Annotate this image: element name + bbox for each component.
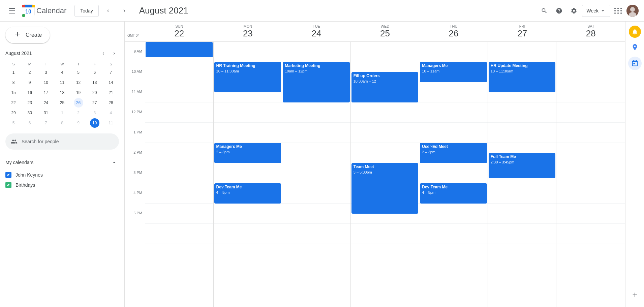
mini-cal-day-selected[interactable]: 26 [74,98,83,108]
mini-cal-day[interactable]: 22 [9,98,18,108]
mini-cal-day[interactable]: 15 [9,88,18,97]
mini-cal-day[interactable]: 28 [106,98,116,108]
mini-cal-day[interactable]: 27 [90,98,99,108]
mini-cal-title: August 2021 [5,51,32,56]
hamburger-button[interactable] [5,4,19,18]
event-dev-team-mon[interactable]: Dev Team Me 4 – 5pm [214,183,281,204]
mini-cal-day[interactable]: 2 [25,68,34,77]
mini-cal-day[interactable]: 21 [106,88,116,97]
svg-rect-6 [22,5,25,7]
mini-cal-day[interactable]: 13 [90,78,99,87]
mini-cal-day[interactable]: 8 [9,78,18,87]
settings-button[interactable] [567,4,581,18]
time-label-11am: 11 AM [125,90,145,110]
mini-cal-next[interactable]: › [110,49,119,58]
event-hr-training[interactable]: HR Training Meeting 10 – 11:30am [214,62,281,92]
event-user-ed[interactable]: User-Ed Meet 2 – 3pm [420,143,487,163]
event-managers-mon[interactable]: Managers Me 2 – 3pm [214,143,281,163]
day-header-sat[interactable]: SAT 28 [556,24,625,39]
day-col-mon[interactable]: HR Training Meeting 10 – 11:30am Manager… [214,42,282,307]
mini-cal-day[interactable]: 10 [41,78,51,87]
mini-cal-day[interactable]: 3 [90,108,99,118]
day-col-fri[interactable]: HR Update Meeting 10 – 11:30am Full Team… [488,42,557,307]
mini-cal-day[interactable]: 7 [41,118,51,128]
mini-cal-day[interactable]: 31 [41,108,51,118]
event-managers-thu[interactable]: Managers Me 10 – 11am [420,62,487,82]
day-header-mon[interactable]: MON 23 [214,24,282,39]
event-full-team[interactable]: Full Team Me 2:30 – 3:45pm [489,153,556,178]
help-button[interactable] [552,4,566,18]
svg-text:10: 10 [25,9,31,14]
notification-icon-button[interactable] [629,26,641,38]
mini-cal-day[interactable]: 2 [74,108,83,118]
app-name: Calendar [36,6,66,15]
mini-cal-day[interactable]: 6 [90,68,99,77]
next-period-button[interactable]: › [118,4,131,18]
mini-cal-dow-row: S M T W T F S [5,61,119,67]
day-header-wed[interactable]: WED 25 [351,24,420,39]
mini-cal-week-1: 1 2 3 4 5 6 7 [5,67,119,78]
day-col-tue[interactable]: Marketing Meeting 10am – 12pm [282,42,351,307]
mini-cal-day[interactable]: 14 [106,78,116,87]
mini-cal-day[interactable]: 12 [74,78,83,87]
mini-cal-day[interactable]: 20 [90,88,99,97]
day-col-sat[interactable] [556,42,625,307]
mini-cal-day[interactable]: 1 [9,68,18,77]
header-month-year: August 2021 [139,5,530,16]
mini-cal-day[interactable]: 4 [106,108,116,118]
day-col-thu[interactable]: Managers Me 10 – 11am User-Ed Meet 2 – 3… [419,42,488,307]
day-col-sun[interactable] [145,42,214,307]
mini-cal-day[interactable]: 4 [57,68,67,77]
mini-cal-day[interactable]: 5 [9,118,18,128]
event-fill-orders[interactable]: Fill up Orders 10:30am – 12 [351,72,419,102]
calendar-item-birthdays[interactable]: Birthdays [5,180,119,190]
mini-cal-day[interactable]: 5 [74,68,83,77]
people-search-bar[interactable]: Search for people [5,133,119,150]
mini-cal-header: August 2021 ‹ › [5,49,119,58]
mini-cal-day[interactable]: 29 [9,108,18,118]
hamburger-icon [9,8,15,13]
event-marketing-meeting[interactable]: Marketing Meeting 10am – 12pm [283,62,350,102]
mini-cal-day[interactable]: 16 [25,88,34,97]
day-header-tue[interactable]: TUE 24 [282,24,351,39]
search-button[interactable] [538,4,551,18]
today-button[interactable]: Today [74,5,98,17]
mini-cal-day[interactable]: 17 [41,88,51,97]
mini-cal-day[interactable]: 30 [25,108,34,118]
calendar-check-icon-button[interactable] [628,57,642,70]
prev-period-button[interactable]: ‹ [101,4,115,18]
my-calendars-toggle[interactable] [110,158,119,167]
create-button[interactable]: Create [5,27,50,43]
day-header-thu[interactable]: THU 26 [419,24,488,39]
mini-cal-day[interactable]: 19 [74,88,83,97]
day-header-sun[interactable]: SUN 22 [145,24,214,39]
mini-cal-day[interactable]: 11 [57,78,67,87]
mini-cal-day[interactable]: 24 [41,98,51,108]
mini-cal-day[interactable]: 9 [74,118,83,128]
mini-cal-day[interactable]: 11 [106,118,116,128]
mini-cal-day[interactable]: 23 [25,98,34,108]
event-sun-morning[interactable] [146,42,213,57]
mini-cal-day[interactable]: 6 [25,118,34,128]
mini-cal-day[interactable]: 8 [57,118,67,128]
mini-cal-day[interactable]: 25 [57,98,67,108]
mini-cal-day[interactable]: 18 [57,88,67,97]
user-avatar[interactable] [626,5,639,17]
event-hr-update[interactable]: HR Update Meeting 10 – 11:30am [489,62,556,92]
view-selector[interactable]: Week [582,5,610,17]
mini-cal-day[interactable]: 9 [25,78,34,87]
mini-cal-day[interactable]: 3 [41,68,51,77]
day-header-fri[interactable]: FRI 27 [488,24,557,39]
mini-cal-day[interactable]: 7 [106,68,116,77]
add-widget-button[interactable] [628,288,642,302]
mini-cal-day[interactable]: 1 [57,108,67,118]
day-col-wed[interactable]: Fill up Orders 10:30am – 12 Team Meet 3 … [351,42,420,307]
apps-button[interactable] [612,4,625,18]
svg-rect-7 [32,5,35,7]
event-dev-team-thu[interactable]: Dev Team Me 4 – 5pm [420,183,487,204]
maps-icon-button[interactable] [628,40,642,54]
mini-cal-prev[interactable]: ‹ [99,49,108,58]
mini-cal-today[interactable]: 10 [90,118,99,128]
event-team-meet-wed[interactable]: Team Meet 3 – 5:30pm [351,163,419,214]
calendar-item-john-keynes[interactable]: John Keynes [5,170,119,180]
